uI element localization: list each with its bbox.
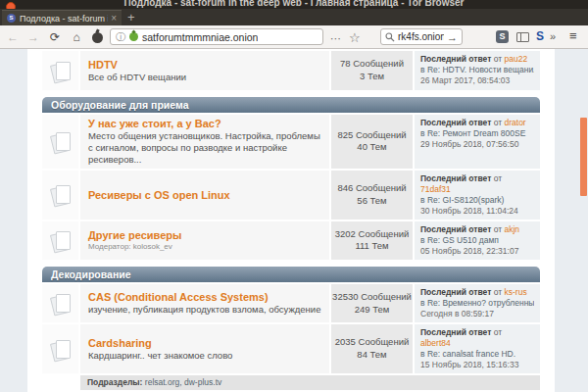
subboards-row: Подразделы: relsat.org, dw-plus.tv [80,375,540,390]
board-lastpost: Последний ответ от ks-rus в Re: Временно… [415,284,540,322]
new-tab-button[interactable]: + [127,9,135,25]
page-content: HDTV Все об HDTV вещании 78 Сообщений 3 … [0,49,588,392]
category-rows: HDTV Все об HDTV вещании 78 Сообщений 3 … [42,51,540,90]
board-row: Другие ресиверы Модератор: kolosok_ev 32… [42,221,540,260]
category-header: Декодирование [42,267,540,282]
site-info-icon[interactable]: ⓘ [116,32,125,42]
lastpost-user-link[interactable]: pau22 [505,54,528,64]
board-info-cell: Cardsharing Кардшаринг.. чет знакомое сл… [80,324,329,373]
board-topics-count: 111 Тем [355,240,388,253]
navigation-toolbar: ← → ⟳ ⌂ ⓘ satforumtmmmniae.onion ⋯ ☆ rk4… [0,25,588,49]
reload-button[interactable]: ⟳ [47,29,63,45]
noscript-button[interactable]: S [496,30,509,43]
board-pages-icon [52,61,70,81]
lastpost-date: Сегодня в 08:59:17 [420,309,534,319]
board-lastpost: Последний ответ от albert84 в Re: canals… [415,324,540,373]
board-topics-count: 249 Тем [355,304,390,317]
board-topics-count: 84 Тем [357,349,386,362]
search-box[interactable]: rk4fs.onion/ → [380,28,463,45]
category-title: Декодирование [51,269,131,280]
lastpost-user-link[interactable]: akjn [505,224,520,234]
lastpost-label: Последний ответ [420,224,491,234]
lastpost-user-link[interactable]: drator [505,118,526,127]
board-posts-count: 3202 Сообщений [335,228,410,241]
lastpost-user-link[interactable]: 71daf31 [420,184,451,194]
lastpost-date: 26 Март 2017, 08:54:03 [420,75,534,86]
board-pages-icon [52,339,70,360]
lastpost-date: 15 Ноябрь 2018, 15:16:33 [420,360,534,370]
https-everywhere-button[interactable]: S [536,29,544,43]
board-link[interactable]: HDTV [88,59,321,71]
board-lastpost: Последний ответ от akjn в Re: GS U510 да… [415,221,540,260]
bookmark-star-icon[interactable]: ☆ [349,30,361,45]
board-pages-icon [52,230,70,251]
board-stats: 2035 Сообщений 84 Тем [331,324,413,373]
lastpost-topic-link[interactable]: в Re: canalsat france HD. [420,349,534,360]
forward-button[interactable]: → [25,29,41,45]
lastpost-user-link[interactable]: albert84 [420,338,451,348]
board-pages-icon [52,131,70,152]
board-row: Cardsharing Кардшаринг.. чет знакомое сл… [42,324,540,373]
lastpost-topic-link[interactable]: в Re: Ремонт Dream 800SE [420,128,534,139]
lastpost-topic-link[interactable]: в Re: GS U510 дамп [420,235,534,246]
board-topics-count: 40 Тем [357,141,386,154]
board-link[interactable]: Cardsharing [88,337,321,349]
lastpost-topic-link[interactable]: в Re: GI-S8120(spark) [420,195,534,206]
board-icon-cell [42,324,78,373]
sidebar-icon[interactable] [516,32,529,42]
lastpost-label: Последний ответ [420,287,491,297]
board-icon-cell [42,284,78,322]
lastpost-label: Последний ответ [420,118,491,127]
board-stats: 846 Сообщений 56 Тем [331,171,413,220]
board-info-cell: У нас уже стоит, а у Вас? Место общения … [80,115,329,169]
search-go-button[interactable]: → [447,31,458,43]
page-actions-icon[interactable]: ⋯ [330,33,341,43]
subboards-label: Подразделы: [87,377,142,387]
lastpost-topic-link[interactable]: в Re: Временно? отрубленны... [420,298,534,309]
board-icon-cell [42,221,78,260]
forum-wrapper: HDTV Все об HDTV вещании 78 Сообщений 3 … [27,49,555,392]
board-row: CAS (Conditional Access Systems) изучени… [42,284,540,322]
onion-circuit-icon [129,32,138,41]
lastpost-label: Последний ответ [420,54,491,64]
board-info-cell: Другие ресиверы Модератор: kolosok_ev [80,221,329,260]
board-posts-count: 825 Сообщений [337,129,406,142]
back-button[interactable]: ← [5,29,21,45]
tab-bar: S Подлодка - sat-forum in × + [0,9,588,25]
hamburger-menu-icon[interactable]: ≡ [569,28,577,43]
board-link[interactable]: Ресиверы с OS open Linux [88,189,321,201]
board-row: У нас уже стоит, а у Вас? Место общения … [42,115,540,169]
category-rows: У нас уже стоит, а у Вас? Место общения … [42,115,540,260]
board-lastpost: Последний ответ от 71daf31 в Re: GI-S812… [415,171,540,220]
board-info-cell: CAS (Conditional Access Systems) изучени… [80,284,329,322]
torbutton-onion-icon[interactable] [92,32,103,43]
lastpost-date: 29 Ноябрь 2018, 07:56:50 [420,139,534,150]
lastpost-label: Последний ответ [420,327,491,337]
subboard-links[interactable]: relsat.org, dw-plus.tv [145,377,221,387]
board-lastpost: Последний ответ от pau22 в Re: HDTV. Нов… [415,51,540,90]
forum-sections: HDTV Все об HDTV вещании 78 Сообщений 3 … [42,51,540,392]
board-icon-cell [42,115,78,169]
window-close-button[interactable] [6,2,16,9]
search-icon [385,32,395,42]
board-link[interactable]: Другие ресиверы [88,229,321,241]
url-bar[interactable]: ⓘ satforumtmmmniae.onion [110,28,323,45]
board-moderators: Модератор: kolosok_ev [88,242,321,251]
browser-tab[interactable]: S Подлодка - sat-forum in × [2,10,122,25]
board-link[interactable]: У нас уже стоит, а у Вас? [88,118,321,129]
home-button[interactable]: ⌂ [69,29,84,45]
board-pages-icon [52,184,70,205]
lastpost-user-link[interactable]: ks-rus [505,287,527,297]
lastpost-date: 30 Ноябрь 2018, 11:04:24 [420,206,534,217]
board-description: Все об HDTV вещании [88,72,321,83]
forum-category: HDTV Все об HDTV вещании 78 Сообщений 3 … [42,51,540,90]
overflow-chevron-icon[interactable]: » [550,30,556,42]
board-stats: 825 Сообщений 40 Тем [331,115,413,169]
board-info-cell: Ресиверы с OS open Linux [80,171,329,220]
board-description: Кардшаринг.. чет знакомое слово [88,350,321,362]
lastpost-topic-link[interactable]: в Re: HDTV. Новости вещани... [420,65,534,75]
board-link[interactable]: CAS (Conditional Access Systems) [88,291,321,303]
lastpost-date: 05 Ноябрь 2018, 22:31:07 [420,246,534,257]
scrollbar-thumb[interactable] [580,118,587,196]
tab-close-icon[interactable]: × [111,14,117,24]
